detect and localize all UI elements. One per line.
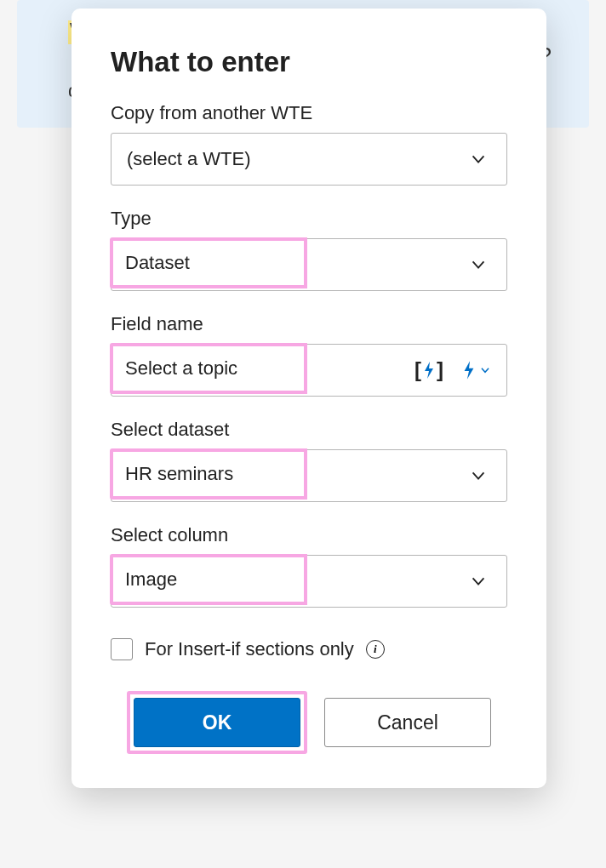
field-name-group: Field name Select a topic [ ] <box>111 313 507 397</box>
bolt-dropdown-button[interactable] <box>460 359 491 381</box>
chevron-down-icon <box>450 239 506 290</box>
field-name-label: Field name <box>111 313 507 335</box>
copy-from-group: Copy from another WTE (select a WTE) <box>111 102 507 186</box>
select-dataset-select[interactable]: HR seminars <box>111 449 507 502</box>
copy-from-select[interactable]: (select a WTE) <box>111 133 507 186</box>
dialog-buttons: OK Cancel <box>111 691 507 754</box>
insert-if-checkbox[interactable] <box>111 638 133 660</box>
insert-if-checkbox-row: For Insert-if sections only i <box>111 638 507 660</box>
select-column-group: Select column Image <box>111 524 507 608</box>
copy-from-value: (select a WTE) <box>111 134 450 185</box>
bolt-bracket-button[interactable]: [ ] <box>414 358 443 382</box>
select-dataset-value: HR seminars <box>110 448 307 500</box>
ok-button[interactable]: OK <box>134 698 300 747</box>
type-value: Dataset <box>110 237 307 288</box>
field-name-input[interactable]: Select a topic [ ] <box>111 344 507 397</box>
ok-button-highlight: OK <box>127 691 307 754</box>
chevron-down-icon <box>450 450 506 501</box>
insert-if-label: For Insert-if sections only <box>145 638 354 660</box>
dialog-title: What to enter <box>111 46 507 78</box>
select-dataset-label: Select dataset <box>111 419 507 441</box>
select-column-select[interactable]: Image <box>111 555 507 608</box>
select-column-label: Select column <box>111 524 507 546</box>
what-to-enter-dialog: What to enter Copy from another WTE (sel… <box>71 9 546 788</box>
info-icon[interactable]: i <box>366 640 385 659</box>
type-select[interactable]: Dataset <box>111 238 507 291</box>
copy-from-label: Copy from another WTE <box>111 102 507 124</box>
field-name-value: Select a topic <box>110 343 307 394</box>
type-label: Type <box>111 208 507 230</box>
select-column-value: Image <box>110 554 307 605</box>
type-group: Type Dataset <box>111 208 507 291</box>
cancel-button[interactable]: Cancel <box>324 698 491 747</box>
chevron-down-icon <box>450 556 506 607</box>
select-dataset-group: Select dataset HR seminars <box>111 419 507 502</box>
chevron-down-icon <box>450 134 506 185</box>
